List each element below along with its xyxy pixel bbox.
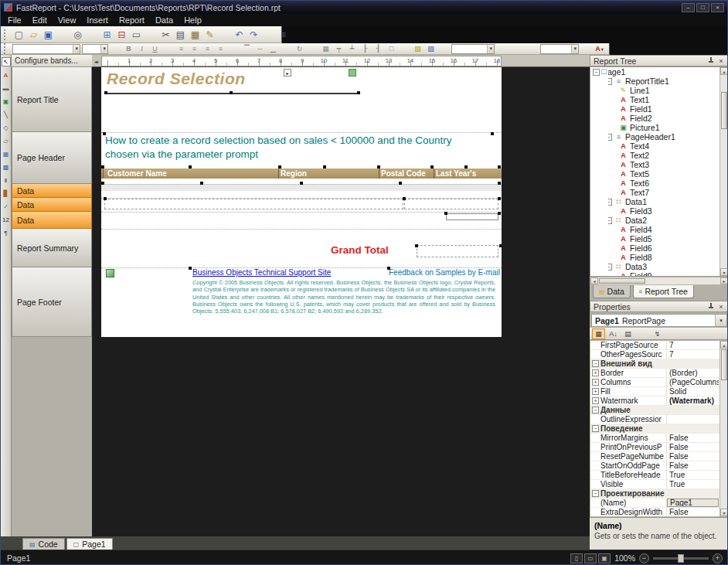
left-border-button[interactable]: ┠ (359, 44, 372, 54)
expand-icon[interactable]: − (592, 407, 599, 414)
object-selector[interactable]: Page1 ReportPage ▾ (591, 314, 727, 327)
band-header[interactable]: Data (12, 198, 92, 212)
document-tab[interactable]: Code (22, 538, 65, 550)
zoom-whole-page-button[interactable]: ▭ (584, 553, 597, 563)
property-value[interactable]: True (667, 471, 719, 479)
title-underline-object[interactable] (107, 93, 359, 94)
tree-node[interactable]: Text2 (590, 151, 728, 160)
property-row[interactable]: (Name)Page1 (590, 499, 728, 508)
property-row[interactable]: StartOnOddPageFalse (590, 461, 728, 471)
property-row[interactable]: MirrorMarginsFalse (590, 434, 728, 443)
maximize-button[interactable]: □ (696, 3, 709, 12)
table-object-tool[interactable]: ▦ (2, 149, 11, 158)
property-row[interactable]: −Данные (590, 406, 728, 415)
band-tool[interactable]: ▬ (2, 83, 11, 93)
column-header-text[interactable]: Postal Code (381, 169, 426, 178)
property-row[interactable]: +Watermark(Watermark) (590, 397, 728, 406)
property-value[interactable]: Solid (667, 387, 719, 396)
pin-icon[interactable] (708, 303, 714, 310)
footer-picture-icon[interactable] (106, 269, 114, 277)
matrix-object-tool[interactable]: ▩ (2, 162, 11, 172)
combo-arrow-icon[interactable]: ▾ (715, 315, 726, 326)
close-button[interactable]: × (711, 3, 724, 12)
pin-icon[interactable] (708, 57, 714, 64)
all-borders-button[interactable]: ▦ (319, 44, 332, 54)
property-value[interactable]: False (667, 434, 719, 442)
valign-middle-button[interactable]: ─ (253, 44, 267, 54)
redo-button[interactable]: ↷ (247, 28, 261, 42)
underline-button[interactable]: U (148, 44, 162, 54)
tree-node[interactable]: −Data2 (590, 216, 728, 225)
tree-node[interactable]: Field8 (590, 253, 728, 262)
line-style-select[interactable] (451, 44, 495, 54)
copy-button[interactable]: ▤ (173, 28, 188, 42)
selection-handle[interactable] (189, 267, 192, 270)
align-justify-button[interactable]: ≡ (214, 44, 227, 54)
selection-handle[interactable] (430, 165, 434, 168)
property-row[interactable]: OutlineExpressior (590, 415, 728, 424)
menu-item[interactable]: Report (114, 14, 150, 26)
zoom-slider[interactable] (653, 557, 709, 560)
property-row[interactable]: +Border(Border) (590, 369, 728, 378)
document-tab[interactable]: Page1 (66, 538, 113, 550)
property-row[interactable]: PrintOnPreviousPFalse (590, 443, 728, 452)
selection-handle[interactable] (104, 91, 107, 94)
configure-bands-button[interactable]: Configure bands... (12, 55, 92, 67)
digits-object-tool[interactable]: 12 (2, 215, 11, 224)
selection-handle[interactable] (323, 165, 326, 168)
selection-handle[interactable] (491, 132, 494, 135)
field-placeholder[interactable] (446, 213, 498, 220)
property-row[interactable]: −Проектирование (590, 489, 728, 499)
tree-node[interactable]: −Page1 (590, 67, 728, 77)
tree-node[interactable]: Line1 (590, 86, 728, 95)
selection-handle[interactable] (498, 197, 501, 200)
tree-expander-icon[interactable]: − (593, 69, 600, 76)
selection-handle[interactable] (230, 91, 233, 94)
close-icon[interactable]: × (717, 303, 725, 311)
tree-node[interactable]: Field6 (590, 243, 728, 253)
property-row[interactable]: −Поведение (590, 424, 728, 434)
checkbox-object-tool[interactable]: ✓ (2, 202, 11, 211)
selection-handle[interactable] (444, 212, 447, 215)
preview-button[interactable]: ◎ (70, 28, 85, 42)
field-placeholder[interactable] (104, 199, 403, 209)
feedback-link[interactable]: Feedback on Samples by E-mail (389, 268, 500, 277)
tree-node[interactable]: Text3 (590, 160, 728, 169)
property-row[interactable]: ExtraDesignWidthFalse (590, 508, 728, 517)
property-value[interactable]: 7 (667, 350, 719, 359)
valign-top-button[interactable]: ▔ (240, 44, 253, 54)
zoom-out-button[interactable]: − (639, 553, 649, 563)
insert-band-button[interactable]: ≡ (276, 28, 291, 42)
data-band-row[interactable] (101, 184, 502, 191)
selection-handle[interactable] (104, 197, 107, 200)
align-left-button[interactable]: ≡ (175, 44, 188, 54)
tree-node[interactable]: Text1 (590, 95, 728, 104)
grand-total-text[interactable]: Grand Total (331, 244, 389, 256)
menu-item[interactable]: View (53, 14, 82, 26)
selection-handle[interactable] (357, 91, 360, 94)
selection-handle[interactable] (101, 182, 104, 185)
selection-handle[interactable] (399, 182, 402, 185)
tree-horizontal-scrollbar[interactable]: ◂ ▸ (590, 277, 728, 285)
property-value[interactable]: Page1 (667, 499, 719, 507)
scroll-right-icon[interactable]: ▸ (720, 277, 728, 284)
bottom-border-button[interactable]: ┷ (345, 44, 359, 54)
expand-icon[interactable]: − (592, 490, 599, 497)
tree-node[interactable]: Field5 (590, 234, 728, 243)
alphabetical-button[interactable]: A↓ (607, 328, 620, 339)
select-tool[interactable]: ↖ (2, 57, 11, 66)
delete-page-button[interactable]: ⊟ (114, 28, 129, 42)
zoom-slider-thumb[interactable] (678, 554, 684, 563)
property-row[interactable]: TitleBeforeHeadeTrue (590, 471, 728, 480)
tree-node[interactable]: Text5 (590, 169, 728, 179)
selection-handle[interactable] (415, 244, 418, 247)
menu-item[interactable]: Help (179, 14, 207, 26)
property-row[interactable]: OtherPagesSourc7 (590, 350, 728, 359)
scroll-down-icon[interactable]: ▾ (720, 509, 728, 516)
minimize-button[interactable]: – (682, 3, 695, 12)
band-header[interactable]: Data (12, 212, 92, 229)
selection-handle[interactable] (403, 197, 406, 200)
property-row[interactable]: FirstPageSource7 (590, 341, 728, 350)
scrollbar-thumb[interactable] (599, 278, 645, 284)
add-page-button[interactable]: ⊞ (100, 28, 114, 42)
